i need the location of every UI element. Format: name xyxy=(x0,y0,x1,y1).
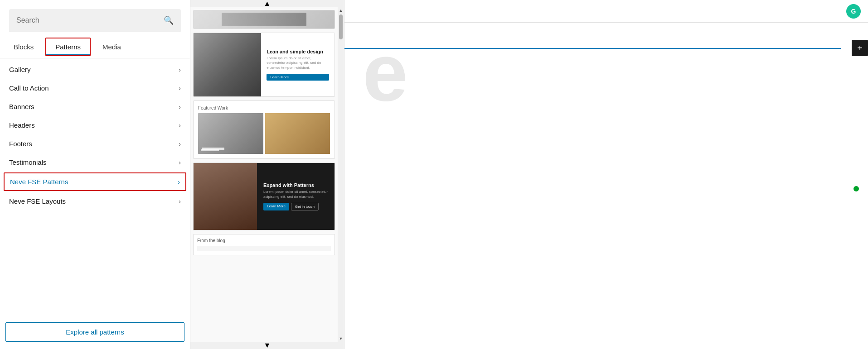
pattern-list: Lean and simple design Lorem ipsum dolor… xyxy=(190,7,338,342)
chevron-up-icon: ▲ xyxy=(264,0,271,8)
chevron-down-icon: ▼ xyxy=(264,341,271,349)
sidebar-item-headers[interactable]: Headers › xyxy=(0,116,190,134)
expand-patterns-body: Lorem ipsum dolor sit amet, consectetur … xyxy=(263,190,328,199)
pattern-card-lean-design[interactable]: Lean and simple design Lorem ipsum dolor… xyxy=(193,33,335,97)
tabs-row: Blocks Patterns Media xyxy=(0,36,190,58)
tab-patterns[interactable]: Patterns xyxy=(45,38,91,56)
pattern-card-top-partial[interactable] xyxy=(193,10,335,29)
chevron-right-icon: › xyxy=(179,140,181,148)
scroll-down-arrow[interactable]: ▼ xyxy=(190,342,344,349)
scrollbar-down-btn[interactable]: ▼ xyxy=(338,335,344,342)
search-input[interactable] xyxy=(16,16,164,24)
center-panel: ▲ Lean and simple design Lorem xyxy=(190,0,344,349)
sidebar-item-label: Gallery xyxy=(9,66,31,73)
lean-design-btn: Learn More xyxy=(267,74,329,81)
scrollbar-thumb[interactable] xyxy=(339,14,343,39)
sidebar-item-label: Headers xyxy=(9,121,35,129)
chevron-right-icon: › xyxy=(179,103,181,110)
expand-card-content: Expand with Patterns Lorem ipsum dolor s… xyxy=(257,163,335,230)
selection-bar xyxy=(344,48,841,49)
grammarly-icon[interactable]: G xyxy=(846,4,861,19)
sidebar-item-label: Footers xyxy=(9,140,32,148)
large-letter: e xyxy=(363,32,408,113)
sidebar-item-gallery[interactable]: Gallery › xyxy=(0,60,190,79)
add-block-button[interactable]: + xyxy=(852,40,868,56)
pattern-card-from-blog[interactable]: From the blog xyxy=(193,234,335,255)
sidebar-item-label: Testimonials xyxy=(9,158,47,166)
from-blog-title: From the blog xyxy=(197,238,331,243)
sidebar-item-footers[interactable]: Footers › xyxy=(0,134,190,153)
chevron-right-icon: › xyxy=(179,198,181,205)
sidebar-item-banners[interactable]: Banners › xyxy=(0,97,190,116)
main-content: e + xyxy=(344,23,868,349)
expand-btn-primary: Learn More xyxy=(263,203,289,210)
sidebar-item-call-to-action[interactable]: Call to Action › xyxy=(0,79,190,97)
status-indicator xyxy=(853,186,859,191)
expand-patterns-title: Expand with Patterns xyxy=(263,182,328,188)
search-bar: 🔍 xyxy=(9,9,181,32)
pattern-card-featured-work[interactable]: Featured Work xyxy=(193,100,335,159)
chevron-right-icon: › xyxy=(179,85,181,92)
sidebar-item-label: Neve FSE Patterns xyxy=(10,178,68,186)
chevron-right-icon: › xyxy=(179,66,181,73)
featured-work-image-2 xyxy=(265,113,330,154)
sidebar-item-label: Neve FSE Layouts xyxy=(9,197,66,205)
chevron-right-icon: › xyxy=(179,122,181,129)
tab-media[interactable]: Media xyxy=(93,38,130,55)
pattern-card-expand-patterns[interactable]: Expand with Patterns Lorem ipsum dolor s… xyxy=(193,163,335,230)
sidebar-item-label: Call to Action xyxy=(9,84,49,92)
expand-card-image xyxy=(194,163,257,230)
scroll-up-arrow[interactable]: ▲ xyxy=(190,0,344,7)
sidebar-item-testimonials[interactable]: Testimonials › xyxy=(0,153,190,172)
sidebar-item-neve-fse-layouts[interactable]: Neve FSE Layouts › xyxy=(0,192,190,210)
featured-work-title: Featured Work xyxy=(198,105,330,110)
main-top-bar: G xyxy=(344,0,868,23)
sidebar: 🔍 Blocks Patterns Media Gallery › Call t… xyxy=(0,0,190,349)
center-scrollbar: ▲ ▼ xyxy=(338,7,344,342)
search-icon[interactable]: 🔍 xyxy=(164,15,174,25)
sidebar-item-neve-fse-patterns[interactable]: Neve FSE Patterns › xyxy=(4,172,186,191)
main-area: G e + xyxy=(344,0,868,349)
lean-design-body: Lorem ipsum dolor sit amet, consectetur … xyxy=(267,56,329,70)
chevron-right-icon: › xyxy=(178,178,180,186)
expand-btn-secondary: Get in touch xyxy=(291,203,319,210)
lean-design-title: Lean and simple design xyxy=(267,49,329,54)
tab-blocks[interactable]: Blocks xyxy=(5,38,43,55)
featured-work-image-1 xyxy=(198,113,263,154)
explore-all-patterns-button[interactable]: Explore all patterns xyxy=(5,322,184,342)
scrollbar-up-btn[interactable]: ▲ xyxy=(338,7,344,14)
sidebar-list: Gallery › Call to Action › Banners › Hea… xyxy=(0,58,190,318)
chevron-right-icon: › xyxy=(179,159,181,166)
sidebar-item-label: Banners xyxy=(9,103,34,110)
expand-patterns-btns: Learn More Get in touch xyxy=(263,203,328,210)
